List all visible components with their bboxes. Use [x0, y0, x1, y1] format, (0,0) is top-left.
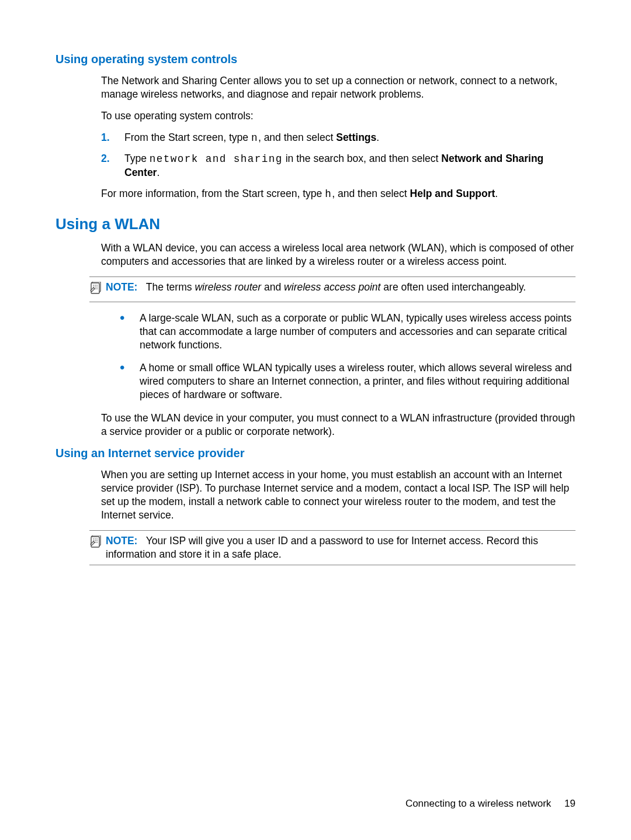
bullet-list: • A large-scale WLAN, such as a corporat… — [120, 312, 575, 402]
code-text: h — [325, 188, 332, 200]
text-run: . — [157, 167, 160, 178]
text-run: in the search box, and then select — [283, 153, 441, 164]
text-run: , and then select — [332, 188, 410, 199]
list-text: A large-scale WLAN, such as a corporate … — [140, 312, 575, 352]
list-number: 1. — [101, 131, 112, 145]
svg-rect-0 — [91, 283, 99, 293]
text-run: The terms — [146, 281, 195, 293]
bullet-icon: • — [120, 361, 127, 402]
text-run: and — [261, 281, 284, 293]
list-text: Type network and sharing in the search b… — [124, 152, 575, 179]
body-block: When you are setting up Internet access … — [101, 468, 575, 522]
note-label: NOTE: — [106, 535, 137, 547]
bullet-icon: • — [120, 312, 127, 352]
text-run: . — [495, 188, 498, 199]
footer-text: Connecting to a wireless network — [405, 798, 551, 809]
paragraph: To use operating system controls: — [101, 109, 575, 123]
list-number: 2. — [101, 152, 112, 179]
body-block: With a WLAN device, you can access a wir… — [101, 241, 575, 268]
body-block: For more information, from the Start scr… — [101, 187, 575, 201]
page: Using operating system controls The Netw… — [0, 0, 631, 840]
heading-os-controls: Using operating system controls — [56, 53, 575, 66]
text-run: . — [376, 132, 379, 143]
code-text: network and sharing — [150, 153, 283, 165]
svg-rect-4 — [91, 537, 99, 547]
list-text: From the Start screen, type n, and then … — [124, 131, 575, 145]
text-run: From the Start screen, type — [124, 132, 251, 143]
code-text: n — [251, 132, 258, 144]
body-block: The Network and Sharing Center allows yo… — [101, 74, 575, 123]
paragraph: With a WLAN device, you can access a wir… — [101, 241, 575, 268]
note-label: NOTE: — [106, 281, 137, 293]
bold-text: Settings — [336, 132, 376, 143]
bold-text: Help and Support — [410, 188, 495, 199]
heading-isp: Using an Internet service provider — [56, 447, 575, 460]
list-item: 2. Type network and sharing in the searc… — [101, 152, 575, 179]
text-run: , and then select — [258, 132, 336, 143]
note-icon — [89, 281, 102, 298]
text-run: are often used interchangeably. — [380, 281, 526, 293]
list-item: • A home or small office WLAN typically … — [120, 361, 575, 402]
italic-text: wireless router — [195, 281, 261, 293]
note-box: NOTE: Your ISP will give you a user ID a… — [89, 530, 575, 565]
page-footer: Connecting to a wireless network 19 — [405, 798, 575, 810]
text-run: Your ISP will give you a user ID and a p… — [106, 535, 538, 560]
list-item: • A large-scale WLAN, such as a corporat… — [120, 312, 575, 352]
note-box: NOTE: The terms wireless router and wire… — [89, 276, 575, 302]
note-icon — [89, 534, 102, 552]
paragraph: To use the WLAN device in your computer,… — [101, 412, 575, 438]
paragraph: When you are setting up Internet access … — [101, 468, 575, 522]
text-run: Type — [124, 153, 150, 164]
heading-using-wlan: Using a WLAN — [56, 215, 575, 233]
italic-text: wireless access point — [284, 281, 380, 293]
text-run: For more information, from the Start scr… — [101, 188, 325, 199]
note-content: NOTE: The terms wireless router and wire… — [106, 281, 575, 294]
page-number: 19 — [564, 798, 575, 809]
paragraph: For more information, from the Start scr… — [101, 187, 575, 201]
list-item: 1. From the Start screen, type n, and th… — [101, 131, 575, 145]
ordered-list: 1. From the Start screen, type n, and th… — [101, 131, 575, 179]
paragraph: The Network and Sharing Center allows yo… — [101, 74, 575, 101]
body-block: To use the WLAN device in your computer,… — [101, 412, 575, 438]
note-content: NOTE: Your ISP will give you a user ID a… — [106, 534, 575, 561]
list-text: A home or small office WLAN typically us… — [140, 361, 575, 402]
